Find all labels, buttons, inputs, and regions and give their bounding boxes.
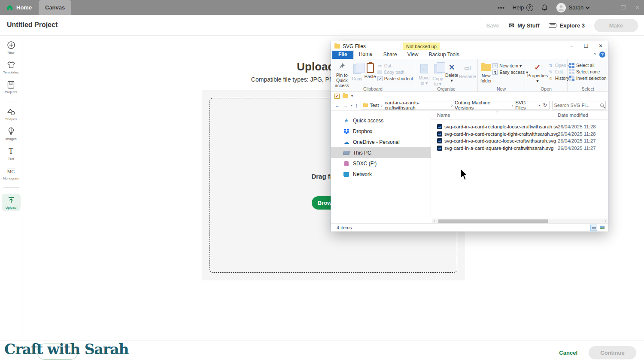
- up-icon[interactable]: ↑: [355, 102, 358, 109]
- user-account[interactable]: Sarah: [556, 3, 589, 13]
- paste-shortcut-button[interactable]: ↗Paste shortcut: [377, 76, 413, 81]
- nav-item-quick-access[interactable]: ★ Quick access: [331, 115, 431, 126]
- copy-button[interactable]: Copy: [351, 61, 363, 81]
- select-none-button[interactable]: Select none: [569, 69, 607, 74]
- horizontal-scrollbar[interactable]: ‹ ›: [432, 219, 608, 223]
- explorer-minimize-button[interactable]: –: [564, 41, 579, 51]
- breadcrumb-segment[interactable]: Test: [370, 103, 379, 108]
- explorer-close-button[interactable]: ✕: [593, 41, 608, 51]
- delete-button[interactable]: × Delete ▾: [445, 61, 459, 83]
- pin-icon: [337, 62, 346, 72]
- breadcrumb-segment[interactable]: Cutting Machine Versions: [455, 100, 510, 110]
- tab-backup-tools[interactable]: Backup Tools: [424, 51, 465, 59]
- recent-locations-icon[interactable]: ▾: [351, 103, 352, 107]
- sidebar-item-images[interactable]: Images: [1, 127, 21, 141]
- file-row[interactable]: svg-card-in-a-card-rectangle-tight-craft…: [431, 131, 608, 138]
- breadcrumb-segment[interactable]: card-in-a-cards-craftwithsarah: [385, 100, 449, 110]
- canvas-tab[interactable]: Canvas: [39, 0, 71, 15]
- app-minimize-button[interactable]: –: [608, 4, 611, 11]
- open-button[interactable]: ⇅Open ▾: [548, 63, 570, 68]
- easy-access-button[interactable]: ↯Easy access ▾: [492, 70, 528, 75]
- sidebar-item-monogram[interactable]: MG Monogram: [1, 167, 21, 180]
- save-button[interactable]: Save: [486, 22, 499, 29]
- sidebar-item-templates[interactable]: Templates: [1, 61, 21, 74]
- nav-item-dropbox[interactable]: Dropbox: [331, 126, 431, 137]
- nav-item-this-pc[interactable]: This PC: [331, 147, 431, 158]
- more-options-icon[interactable]: •••: [498, 4, 505, 11]
- nav-item-onedrive[interactable]: ☁ OneDrive - Personal: [331, 137, 431, 147]
- qat-dropdown-icon[interactable]: ▾: [351, 94, 353, 98]
- column-header-date-modified[interactable]: Date modified: [558, 113, 588, 118]
- tab-share[interactable]: Share: [378, 51, 402, 59]
- app-close-button[interactable]: ✕: [635, 4, 640, 11]
- continue-button[interactable]: Continue: [589, 346, 636, 359]
- search-input[interactable]: [554, 103, 598, 108]
- new-folder-button[interactable]: New folder: [480, 61, 492, 83]
- search-box[interactable]: [552, 101, 606, 110]
- tab-file[interactable]: File: [332, 51, 353, 59]
- home-icon: [6, 4, 13, 11]
- scroll-left-icon[interactable]: ‹: [432, 219, 437, 223]
- projects-icon: [7, 80, 15, 89]
- file-row[interactable]: svg-card-in-a-card-square-loose-craftwit…: [431, 137, 608, 145]
- address-dropdown-icon[interactable]: ▾: [539, 103, 541, 107]
- select-all-button[interactable]: Select all: [569, 63, 607, 68]
- explorer-maximize-button[interactable]: ☐: [579, 41, 593, 51]
- forward-icon[interactable]: →: [343, 102, 348, 109]
- invert-selection-button[interactable]: Invert selection: [569, 76, 607, 81]
- sidebar-item-projects[interactable]: Projects: [1, 80, 21, 94]
- history-button[interactable]: ↻History: [548, 76, 570, 81]
- details-view-button[interactable]: [590, 225, 597, 231]
- scroll-right-icon[interactable]: ›: [603, 219, 608, 223]
- sidebar-item-text[interactable]: T Text: [1, 147, 21, 161]
- new-group-label: New: [478, 86, 525, 91]
- column-header-name[interactable]: Name: [431, 113, 558, 118]
- make-button[interactable]: Make: [594, 19, 638, 32]
- sidebar-item-shapes[interactable]: Shapes: [1, 107, 21, 121]
- properties-button[interactable]: ✓ Properties ▾: [528, 61, 547, 83]
- move-to-button[interactable]: ← Move to ▾: [418, 61, 431, 85]
- thumbnails-view-button[interactable]: [598, 225, 605, 231]
- file-list-header: Name Date modified: [431, 111, 608, 120]
- new-item-button[interactable]: +New item ▾: [492, 63, 528, 68]
- edit-button[interactable]: ✎Edit: [548, 69, 570, 74]
- select-all-icon: [569, 63, 574, 68]
- rename-button[interactable]: ▭I Rename: [459, 61, 476, 79]
- file-row[interactable]: svg-card-in-a-card-rectangle-loose-craft…: [431, 123, 608, 131]
- machine-selector[interactable]: Explore 3: [549, 22, 585, 29]
- my-stuff-button[interactable]: ✉ My Stuff: [509, 21, 540, 30]
- breadcrumb-separator: ›: [511, 103, 514, 108]
- qat-check-icon[interactable]: ✓: [334, 94, 340, 99]
- tab-view[interactable]: View: [402, 51, 424, 59]
- open-icon: ⇅: [548, 63, 553, 68]
- breadcrumb-segment[interactable]: SVG Files: [515, 100, 537, 110]
- paste-button[interactable]: Paste: [364, 61, 376, 79]
- sidebar-item-upload[interactable]: Upload: [2, 194, 21, 211]
- back-icon[interactable]: ←: [334, 102, 340, 109]
- address-breadcrumb[interactable]: Test › card-in-a-cards-craftwithsarah › …: [361, 101, 550, 110]
- svg-file-icon: [437, 138, 442, 143]
- scrollbar-thumb[interactable]: [438, 219, 548, 223]
- app-restore-button[interactable]: ❐: [620, 4, 626, 11]
- home-tab[interactable]: Home: [0, 0, 39, 15]
- copy-path-button[interactable]: Copy path: [377, 70, 413, 75]
- breadcrumb-separator: ›: [380, 103, 383, 108]
- shortcut-icon: ↗: [377, 76, 383, 81]
- explorer-help-icon[interactable]: ?: [599, 52, 605, 58]
- refresh-icon[interactable]: ↻: [543, 102, 547, 108]
- qat-folder-icon[interactable]: [343, 94, 348, 98]
- collapse-ribbon-icon[interactable]: ^: [594, 52, 596, 57]
- copy-to-button[interactable]: Copy to ▾: [431, 61, 444, 86]
- nav-item-network[interactable]: Network: [331, 169, 431, 179]
- pin-to-quick-access-button[interactable]: Pin to Quick access: [334, 61, 350, 88]
- select-group-label: Select: [568, 86, 608, 91]
- help-button[interactable]: Help ?: [513, 4, 533, 11]
- sort-ascending-icon[interactable]: ⌃: [495, 111, 499, 115]
- tab-home[interactable]: Home: [353, 50, 378, 59]
- cut-button[interactable]: ✂Cut: [377, 63, 413, 68]
- file-row[interactable]: svg-card-in-a-card-square-tight-craftwit…: [431, 145, 608, 152]
- cancel-button[interactable]: Cancel: [559, 350, 577, 356]
- nav-item-sdxc-drive[interactable]: SDXC (F:): [331, 158, 431, 169]
- notifications-bell-icon[interactable]: [541, 4, 548, 12]
- sidebar-item-new[interactable]: New: [1, 41, 21, 55]
